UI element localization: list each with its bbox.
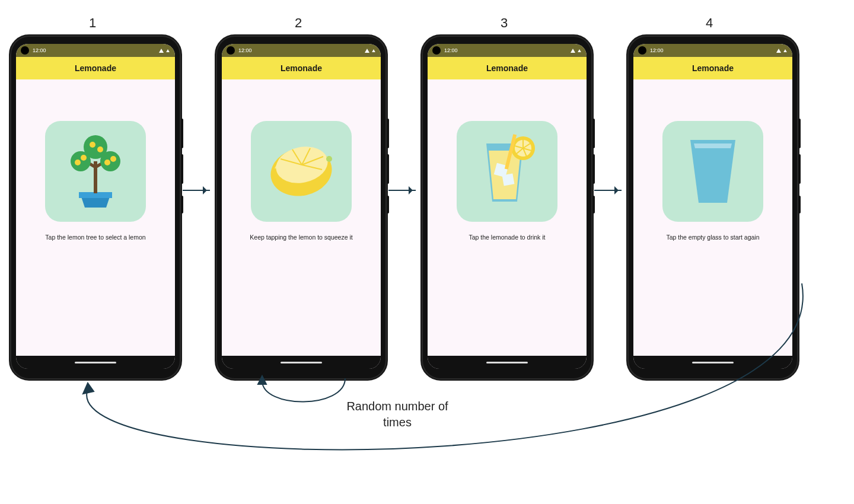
return-arrow-4-to-1: [36, 281, 818, 495]
lemon-tree-tile[interactable]: [45, 121, 146, 222]
step-number-3: 3: [501, 15, 508, 31]
arrow-3-to-4: [594, 190, 622, 191]
lemon-icon: [263, 138, 340, 205]
step-number-4: 4: [706, 15, 713, 31]
svg-point-8: [97, 146, 103, 152]
caption-step-2: Keep tapping the lemon to squeeze it: [238, 234, 364, 241]
app-title: Lemonade: [16, 57, 175, 79]
svg-point-6: [100, 151, 120, 171]
status-time: 12:00: [33, 47, 46, 53]
status-bar: 12:00: [633, 44, 792, 57]
empty-glass-tile[interactable]: [662, 121, 763, 222]
caption-step-3: Tap the lemonade to drink it: [457, 234, 557, 241]
app-title: Lemonade: [428, 57, 587, 79]
step-number-2: 2: [295, 15, 302, 31]
status-bar: 12:00: [16, 44, 175, 57]
lemonade-glass-icon: [469, 132, 546, 211]
svg-marker-33: [83, 383, 94, 394]
svg-point-9: [75, 160, 81, 165]
caption-step-4: Tap the empty glass to start again: [654, 234, 771, 241]
svg-point-5: [71, 151, 91, 171]
empty-glass-icon: [677, 132, 748, 211]
svg-point-10: [81, 155, 87, 161]
status-time: 12:00: [650, 47, 664, 53]
svg-point-11: [104, 160, 110, 165]
arrow-2-to-3: [388, 190, 416, 191]
status-bar: 12:00: [428, 44, 587, 57]
svg-point-20: [326, 156, 332, 162]
lemonade-tile[interactable]: [457, 121, 557, 222]
lemon-tree-icon: [60, 132, 131, 211]
svg-point-7: [90, 142, 95, 148]
arrow-1-to-2: [183, 190, 210, 191]
app-title: Lemonade: [633, 57, 792, 79]
svg-point-12: [110, 156, 116, 162]
step-number-1: 1: [89, 15, 96, 31]
svg-rect-22: [502, 174, 515, 186]
caption-step-1: Tap the lemon tree to select a lemon: [33, 234, 157, 241]
status-time: 12:00: [238, 47, 252, 53]
status-bar: 12:00: [222, 44, 381, 57]
app-title: Lemonade: [222, 57, 381, 79]
status-time: 12:00: [444, 47, 458, 53]
lemon-tile[interactable]: [251, 121, 352, 222]
